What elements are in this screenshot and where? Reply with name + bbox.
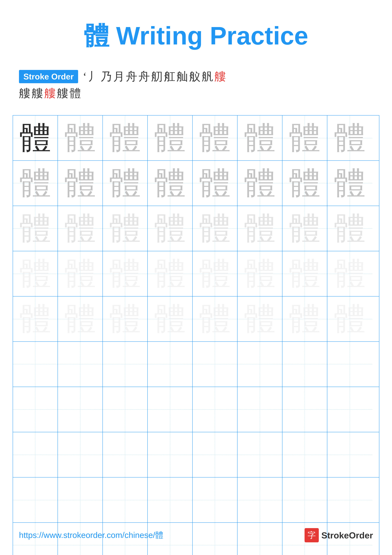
- grid-char-3-7: 體: [334, 258, 366, 290]
- grid-char-2-6: 體: [289, 213, 321, 244]
- grid-cell-1-4: 體: [192, 161, 237, 206]
- stroke-s4: 月: [113, 69, 125, 84]
- grid-cell-6-6: [282, 387, 327, 432]
- stroke-chars-line1: ‘ 丿 乃 月 舟 舟 舠 舡 舢 舣 舤 艛: [83, 69, 226, 84]
- grid-cell-8-7: [327, 477, 372, 522]
- stroke-s5: 舟: [126, 69, 137, 84]
- grid-cell-8-5: [237, 477, 282, 522]
- grid-cell-5-2: [103, 342, 148, 387]
- grid-cell-6-5: [237, 387, 282, 432]
- grid-cell-2-0: 體: [13, 206, 58, 251]
- grid-cell-8-3: [148, 477, 192, 522]
- grid-char-4-7: 體: [334, 303, 366, 335]
- stroke-order-row2: 艛 艛 艛 艛 體: [19, 86, 373, 101]
- grid-char-2-4: 體: [199, 213, 231, 244]
- stroke-s10: 舣: [189, 69, 200, 84]
- grid-cell-5-1: [58, 342, 103, 387]
- stroke-s8: 舡: [164, 69, 175, 84]
- grid-cell-6-3: [148, 387, 192, 432]
- footer-logo-text: StrokeOrder: [321, 530, 373, 540]
- grid-char-3-3: 體: [154, 258, 186, 290]
- grid-cell-4-3: 體: [148, 297, 192, 341]
- grid-cell-6-7: [327, 387, 372, 432]
- footer-logo-icon: 字: [305, 528, 319, 542]
- footer-logo: 字 StrokeOrder: [305, 528, 373, 542]
- grid-char-1-4: 體: [199, 167, 231, 199]
- grid-row-3: 體體體體體體體體: [13, 251, 379, 297]
- grid-cell-1-6: 體: [282, 161, 327, 206]
- title-section: 體 Writing Practice: [0, 0, 392, 63]
- stroke-s17: 體: [70, 86, 81, 101]
- stroke-s11: 舤: [202, 69, 213, 84]
- grid-row-2: 體體體體體體體體: [13, 206, 379, 251]
- grid-char-4-6: 體: [289, 303, 321, 335]
- grid-row-4: 體體體體體體體體: [13, 297, 379, 342]
- grid-char-3-4: 體: [199, 258, 231, 290]
- grid-row-0: 體體體體體體體體: [13, 116, 379, 161]
- grid-char-3-1: 體: [64, 258, 96, 290]
- grid-cell-8-1: [58, 477, 103, 522]
- grid-row-7: [13, 432, 379, 477]
- grid-cell-7-5: [237, 432, 282, 477]
- grid-row-8: [13, 477, 379, 523]
- grid-char-1-2: 體: [109, 167, 141, 199]
- grid-char-4-5: 體: [244, 303, 276, 335]
- stroke-order-section: Stroke Order ‘ 丿 乃 月 舟 舟 舠 舡 舢 舣 舤 艛 艛 艛…: [0, 63, 392, 110]
- grid-cell-5-4: [192, 342, 237, 387]
- grid-char-1-5: 體: [244, 167, 276, 199]
- grid-cell-3-2: 體: [103, 251, 148, 296]
- grid-cell-8-4: [192, 477, 237, 522]
- grid-cell-6-1: [58, 387, 103, 432]
- stroke-s2: 丿: [88, 69, 99, 84]
- stroke-s13: 艛: [19, 86, 30, 101]
- grid-cell-0-5: 體: [237, 116, 282, 161]
- stroke-s1: ‘: [83, 70, 87, 83]
- grid-char-1-7: 體: [334, 167, 366, 199]
- grid-char-3-6: 體: [289, 258, 321, 290]
- grid-cell-2-7: 體: [327, 206, 372, 251]
- stroke-s3: 乃: [100, 69, 112, 84]
- grid-char-4-1: 體: [64, 303, 96, 335]
- stroke-s14: 艛: [32, 86, 43, 101]
- grid-char-3-2: 體: [109, 258, 141, 290]
- grid-cell-0-0: 體: [13, 116, 58, 161]
- grid-cell-2-3: 體: [148, 206, 192, 251]
- grid-cell-5-3: [148, 342, 192, 387]
- grid-cell-6-4: [192, 387, 237, 432]
- grid-cell-0-1: 體: [58, 116, 103, 161]
- stroke-s9: 舢: [177, 69, 188, 84]
- grid-cell-5-7: [327, 342, 372, 387]
- grid-cell-7-7: [327, 432, 372, 477]
- grid-char-0-1: 體: [64, 122, 96, 154]
- grid-cell-6-2: [103, 387, 148, 432]
- title-chinese-char: 體: [84, 22, 109, 50]
- grid-char-0-2: 體: [109, 122, 141, 154]
- grid-char-2-0: 體: [20, 213, 51, 244]
- grid-cell-0-7: 體: [327, 116, 372, 161]
- grid-cell-2-2: 體: [103, 206, 148, 251]
- page-title: 體 Writing Practice: [84, 22, 308, 50]
- grid-char-4-0: 體: [20, 303, 51, 335]
- grid-char-2-5: 體: [244, 213, 276, 244]
- grid-cell-7-6: [282, 432, 327, 477]
- grid-char-1-6: 體: [289, 167, 321, 199]
- grid-cell-4-1: 體: [58, 297, 103, 341]
- grid-char-0-5: 體: [244, 122, 276, 154]
- grid-char-0-6: 體: [289, 122, 321, 154]
- grid-cell-1-5: 體: [237, 161, 282, 206]
- grid-char-4-4: 體: [199, 303, 231, 335]
- grid-char-1-1: 體: [64, 167, 96, 199]
- footer-url[interactable]: https://www.strokeorder.com/chinese/體: [19, 530, 163, 541]
- grid-row-1: 體體體體體體體體: [13, 161, 379, 206]
- stroke-s7: 舠: [151, 69, 163, 84]
- stroke-s16: 艛: [57, 86, 68, 101]
- grid-cell-7-4: [192, 432, 237, 477]
- grid-cell-6-0: [13, 387, 58, 432]
- grid-cell-5-6: [282, 342, 327, 387]
- stroke-s6: 舟: [139, 69, 150, 84]
- grid-cell-8-0: [13, 477, 58, 522]
- grid-cell-1-7: 體: [327, 161, 372, 206]
- grid-char-2-2: 體: [109, 213, 141, 244]
- grid-char-2-3: 體: [154, 213, 186, 244]
- grid-row-6: [13, 387, 379, 432]
